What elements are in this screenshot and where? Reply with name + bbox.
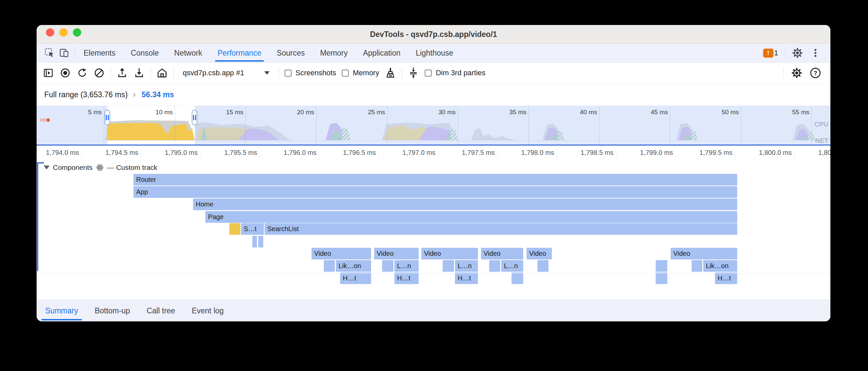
issues-counter[interactable]: ! 1 (763, 49, 778, 58)
flame-entry[interactable] (258, 236, 263, 248)
flame-entry[interactable] (692, 260, 702, 272)
flame-entry[interactable] (252, 236, 257, 248)
flame-entry[interactable] (443, 260, 454, 272)
flame-entry[interactable] (382, 260, 393, 272)
inspect-element-icon[interactable] (44, 47, 55, 59)
target-selector-dropdown[interactable]: qsvd7p.csb.app #1 (179, 68, 273, 77)
flame-entry-page[interactable]: Page (205, 211, 737, 223)
divider (785, 47, 785, 59)
tab-elements[interactable]: Elements (84, 44, 116, 62)
flame-entry-ht[interactable]: H…t (340, 273, 371, 284)
tab-memory[interactable]: Memory (320, 44, 348, 62)
react-atom-icon (96, 164, 104, 172)
flame-entry[interactable] (656, 273, 667, 284)
memory-checkbox[interactable]: Memory (342, 68, 379, 77)
tab-console[interactable]: Console (131, 44, 159, 62)
flame-entry-ht[interactable]: H…t (715, 273, 737, 284)
overview-gridline (104, 106, 104, 145)
tab-lighthouse[interactable]: Lighthouse (416, 44, 453, 62)
net-lane-label: NET (815, 137, 828, 145)
ruler-label: 1,798.5 ms (567, 149, 614, 156)
help-icon[interactable]: ? (810, 67, 821, 79)
devtools-tab-bar: ElementsConsoleNetworkPerformanceSources… (37, 44, 830, 63)
overview-tick-label: 20 ms (284, 109, 314, 116)
timeline-overview[interactable]: 5 ms10 ms15 ms20 ms25 ms30 ms35 ms40 ms4… (37, 106, 830, 145)
flame-entry[interactable] (656, 260, 667, 272)
flame-entry-likon[interactable]: Lik…on (703, 260, 737, 272)
flame-entry-router[interactable]: Router (133, 174, 737, 186)
flame-entry-home[interactable]: Home (193, 199, 737, 210)
home-icon[interactable] (156, 67, 168, 79)
divider (74, 47, 75, 59)
flame-entry[interactable] (324, 260, 335, 272)
flame-entry-likon[interactable]: Lik…on (336, 260, 371, 272)
tab-event-log[interactable]: Event log (192, 300, 224, 321)
flame-entry[interactable] (489, 260, 500, 272)
device-toolbar-icon[interactable] (59, 47, 70, 59)
kebab-menu-icon[interactable] (810, 47, 821, 59)
flame-entry-video[interactable]: Video (374, 248, 419, 259)
flame-entry-searchlist[interactable]: SearchList (265, 223, 737, 235)
tab-call-tree[interactable]: Call tree (147, 300, 176, 321)
tab-sources[interactable]: Sources (277, 44, 305, 62)
track-selection-indicator (37, 162, 38, 271)
flame-chart[interactable]: Components — Custom track RouterAppHomeP… (37, 161, 830, 300)
dim-3rd-parties-checkbox[interactable]: Dim 3rd parties (425, 68, 485, 77)
flame-entry[interactable] (512, 273, 523, 284)
overview-tick-label: 35 ms (496, 109, 527, 116)
flame-entry[interactable] (537, 260, 549, 272)
flame-entry-ln[interactable]: L…n (455, 260, 478, 272)
flame-entry-ht[interactable]: H…t (394, 273, 419, 284)
ruler-label: 1,795.5 ms (211, 149, 257, 156)
collapse-icon[interactable] (408, 67, 419, 79)
chevron-expand-icon (43, 166, 50, 170)
flame-entry-video[interactable]: Video (312, 248, 371, 259)
flame-entry-video[interactable]: Video (527, 248, 552, 259)
checkbox-label: Memory (353, 68, 379, 77)
target-selector-value: qsvd7p.csb.app #1 (183, 68, 244, 77)
clear-icon[interactable] (94, 67, 105, 79)
garbage-collect-icon[interactable] (385, 67, 396, 79)
selection-handle-left[interactable] (104, 110, 110, 125)
tab-network[interactable]: Network (174, 44, 202, 62)
flame-entry-video[interactable]: Video (421, 248, 478, 259)
flame-entry-ln[interactable]: L…n (394, 260, 419, 272)
overview-tick-label: 55 ms (779, 109, 809, 116)
settings-gear-icon[interactable] (792, 47, 803, 59)
flame-entry-video[interactable]: Video (671, 248, 737, 259)
track-header[interactable]: Components — Custom track (43, 164, 157, 172)
flame-entry-app[interactable]: App (133, 186, 737, 198)
tab-bottom-up[interactable]: Bottom-up (95, 300, 130, 321)
track-selection-indicator-top (37, 162, 44, 164)
flame-entry-ht[interactable]: H…t (455, 273, 478, 284)
full-range-crumb[interactable]: Full range (3,653.76 ms) (44, 90, 128, 99)
ruler-label: 1,797.0 ms (389, 149, 435, 156)
ruler-label: 1,794.5 ms (92, 149, 138, 156)
overview-gridline (316, 106, 316, 145)
reload-record-icon[interactable] (76, 67, 88, 79)
tab-performance[interactable]: Performance (218, 44, 261, 62)
divider (279, 67, 279, 79)
flame-entry[interactable] (229, 223, 240, 235)
overview-gridline (245, 106, 246, 145)
divider (150, 67, 151, 79)
capture-settings-gear-icon[interactable] (791, 67, 802, 79)
screenshots-checkbox[interactable]: Screenshots (285, 68, 336, 77)
record-icon[interactable] (60, 67, 71, 79)
flame-entry-st[interactable]: S…t (241, 223, 264, 235)
selected-range-crumb[interactable]: 56.34 ms (142, 90, 174, 99)
checkbox-box (285, 69, 291, 77)
flame-entry-video[interactable]: Video (481, 248, 523, 259)
flame-entry-ln[interactable]: L…n (501, 260, 523, 272)
tab-summary[interactable]: Summary (45, 300, 78, 321)
checkbox-box (342, 69, 349, 77)
tab-application[interactable]: Application (363, 44, 401, 62)
divider (783, 67, 784, 79)
warning-icon: ! (763, 49, 773, 58)
ruler-label: 1,796.5 ms (330, 149, 376, 156)
selection-handle-right[interactable] (192, 110, 197, 125)
divider (402, 67, 402, 79)
download-profile-icon[interactable] (133, 67, 145, 79)
toggle-sidebar-icon[interactable] (42, 67, 54, 79)
upload-profile-icon[interactable] (117, 67, 128, 79)
